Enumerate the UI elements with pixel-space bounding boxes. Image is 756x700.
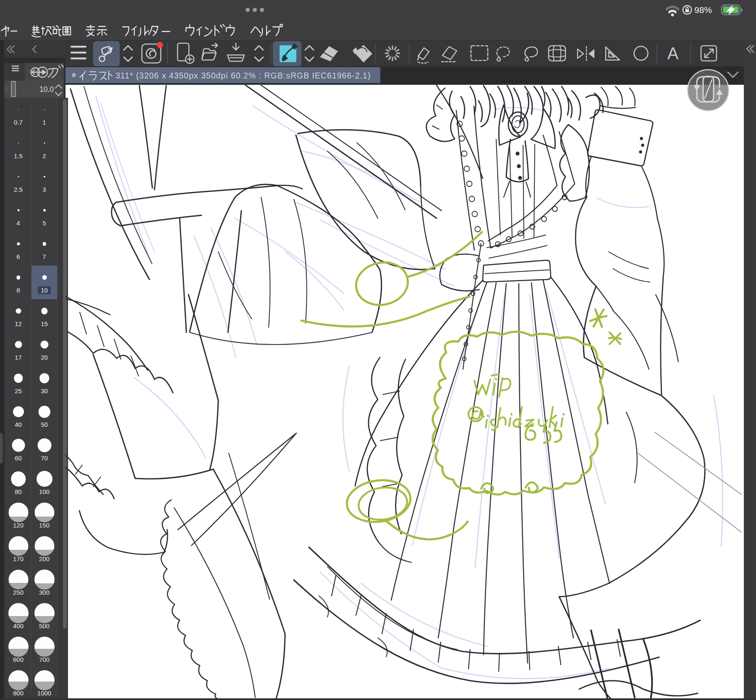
svg-text:A: A: [667, 44, 679, 63]
